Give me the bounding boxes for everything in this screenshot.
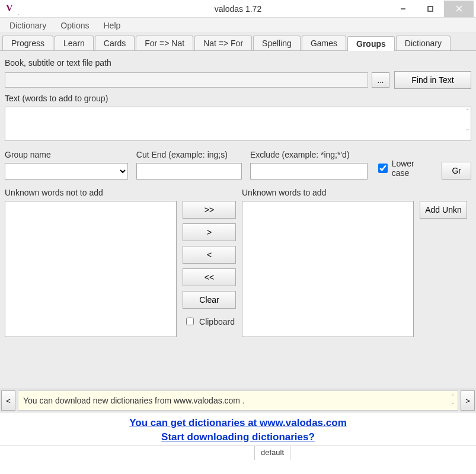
clipboard-label: Clipboard: [199, 317, 235, 326]
lower-case-checkbox[interactable]: [378, 164, 388, 173]
tabstrip: Progress Learn Cards For => Nat Nat => F…: [0, 33, 476, 51]
menu-help[interactable]: Help: [97, 20, 128, 31]
cut-end-label: Cut End (example: ing;s): [136, 150, 242, 159]
menubar: Dictionary Options Help: [0, 18, 476, 33]
get-dictionaries-link[interactable]: You can get dictionaries at www.valodas.…: [0, 416, 476, 430]
tab-cards[interactable]: Cards: [95, 36, 135, 50]
group-name-label: Group name: [5, 150, 128, 159]
tab-nat-for[interactable]: Nat => For: [194, 36, 252, 50]
textarea-scroll-icons: ⌃⌄: [465, 108, 470, 132]
tab-groups[interactable]: Groups: [347, 36, 395, 51]
clipboard-checkbox[interactable]: [186, 318, 194, 325]
start-download-link[interactable]: Start downloading dictionaries?: [0, 430, 476, 444]
status-cell-text: default: [255, 446, 290, 460]
statusbar: default: [0, 446, 476, 460]
browse-button[interactable]: ...: [372, 72, 389, 88]
close-button[interactable]: [444, 1, 474, 17]
app-icon: V: [6, 3, 18, 15]
cut-end-input[interactable]: [136, 163, 242, 180]
find-in-text-button[interactable]: Find in Text: [394, 71, 471, 89]
content-groups: Book, subtitle or text file path ... Fin…: [0, 51, 476, 389]
gr-button[interactable]: Gr: [442, 162, 471, 180]
tab-games[interactable]: Games: [302, 36, 346, 50]
group-name-select[interactable]: [5, 163, 128, 180]
promo-links: You can get dictionaries at www.valodas.…: [0, 412, 476, 446]
tab-dictionary[interactable]: Dictionary: [396, 36, 451, 50]
path-label: Book, subtitle or text file path: [5, 58, 471, 68]
menu-dictionary[interactable]: Dictionary: [2, 20, 53, 31]
unknown-to-label: Unknown words to add: [242, 188, 414, 197]
move-left-button[interactable]: <: [183, 246, 236, 264]
menu-options[interactable]: Options: [53, 20, 96, 31]
add-unknown-button[interactable]: Add Unkn: [420, 201, 467, 219]
move-right-button[interactable]: >: [183, 223, 236, 241]
info-message-box: You can download new dictionaries from w…: [18, 390, 458, 411]
info-next-button[interactable]: >: [461, 390, 475, 411]
move-all-right-button[interactable]: >>: [183, 201, 236, 219]
info-scroll-icons: ⌃⌄: [451, 393, 455, 405]
maximize-button[interactable]: [417, 1, 444, 17]
unknown-to-listbox[interactable]: [242, 201, 414, 337]
status-cell-empty: [0, 446, 255, 460]
window-title: valodas 1.72: [215, 4, 261, 14]
window-controls: [389, 1, 474, 17]
svg-rect-1: [428, 7, 433, 11]
unknown-not-listbox[interactable]: [5, 201, 177, 337]
unknown-not-label: Unknown words not to add: [5, 188, 177, 197]
path-input[interactable]: [5, 72, 368, 88]
tab-spelling[interactable]: Spelling: [253, 36, 301, 50]
info-prev-button[interactable]: <: [1, 390, 15, 411]
text-label: Text (words to add to group): [5, 94, 471, 103]
lower-case-checkbox-wrap[interactable]: Lower case: [376, 159, 434, 178]
titlebar: V valodas 1.72: [0, 0, 476, 18]
tab-progress[interactable]: Progress: [2, 36, 53, 50]
tab-learn[interactable]: Learn: [55, 36, 94, 50]
clear-button[interactable]: Clear: [183, 291, 236, 309]
exclude-label: Exclude (example: *ing;*'d): [250, 150, 368, 159]
info-strip: < You can download new dictionaries from…: [0, 389, 476, 412]
tab-for-nat[interactable]: For => Nat: [136, 36, 193, 50]
clipboard-checkbox-wrap[interactable]: Clipboard: [184, 316, 235, 327]
exclude-input[interactable]: [250, 163, 368, 180]
move-all-left-button[interactable]: <<: [183, 268, 236, 286]
lower-case-label: Lower case: [392, 159, 434, 178]
info-message: You can download new dictionaries from w…: [23, 396, 245, 405]
text-input[interactable]: [5, 107, 471, 141]
minimize-button[interactable]: [389, 1, 417, 17]
